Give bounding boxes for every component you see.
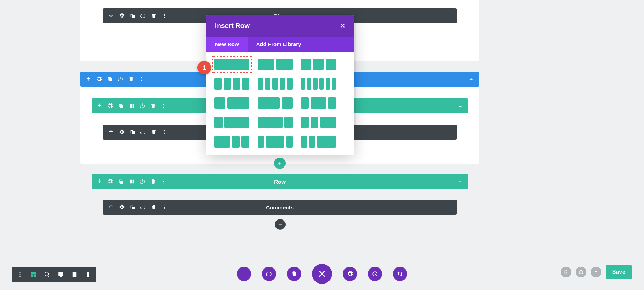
svg-point-4 xyxy=(141,79,142,79)
svg-point-11 xyxy=(164,133,165,134)
search-icon[interactable] xyxy=(561,267,571,277)
power-icon[interactable] xyxy=(140,179,145,184)
desktop-icon[interactable] xyxy=(58,271,64,278)
svg-point-3 xyxy=(141,77,142,78)
svg-point-15 xyxy=(164,206,165,206)
move-icon[interactable] xyxy=(108,204,114,210)
more-icon[interactable] xyxy=(162,205,167,210)
duplicate-icon[interactable] xyxy=(130,13,135,19)
trash-icon[interactable] xyxy=(150,179,156,184)
duplicate-icon[interactable] xyxy=(118,103,124,109)
tab-add-from-library[interactable]: Add From Library xyxy=(248,37,310,52)
svg-point-10 xyxy=(164,132,165,132)
gear-icon[interactable] xyxy=(119,129,125,135)
trash-button[interactable] xyxy=(287,267,301,281)
more-icon[interactable] xyxy=(161,103,166,108)
layout-option[interactable] xyxy=(258,117,293,128)
layout-option[interactable] xyxy=(214,97,249,109)
svg-point-19 xyxy=(20,274,21,275)
add-button[interactable] xyxy=(237,267,251,281)
trash-icon[interactable] xyxy=(150,103,156,109)
more-icon[interactable] xyxy=(162,13,167,18)
svg-point-16 xyxy=(164,207,165,208)
settings-button[interactable] xyxy=(343,267,357,281)
right-tools: ? Save xyxy=(561,265,632,279)
trash-icon[interactable] xyxy=(151,13,157,19)
power-button[interactable] xyxy=(262,267,276,281)
svg-point-13 xyxy=(163,181,164,182)
save-button[interactable]: Save xyxy=(606,265,632,279)
move-icon[interactable] xyxy=(86,76,91,82)
move-icon[interactable] xyxy=(97,103,102,109)
layout-option[interactable] xyxy=(301,59,336,70)
power-icon[interactable] xyxy=(140,103,145,109)
layout-option[interactable] xyxy=(258,136,293,148)
svg-point-7 xyxy=(163,106,164,106)
builder-bottom-bar xyxy=(0,258,644,290)
more-icon[interactable] xyxy=(162,130,167,135)
columns-icon[interactable] xyxy=(129,179,135,184)
sort-button[interactable] xyxy=(393,267,407,281)
more-icon[interactable] xyxy=(161,179,166,184)
duplicate-icon[interactable] xyxy=(107,76,113,82)
trash-icon[interactable] xyxy=(128,76,134,82)
insert-row-modal: Insert Row New Row Add From Library xyxy=(206,15,354,155)
svg-point-6 xyxy=(163,104,164,105)
annotation-badge: 1 xyxy=(197,61,211,74)
power-icon[interactable] xyxy=(140,204,146,210)
module-bar-comments[interactable]: Comments xyxy=(103,200,457,215)
more-icon[interactable] xyxy=(17,271,23,278)
help-icon[interactable]: ? xyxy=(591,267,601,277)
power-icon[interactable] xyxy=(140,129,146,135)
layout-option[interactable] xyxy=(214,136,249,148)
add-module-button[interactable] xyxy=(275,219,286,230)
gear-icon[interactable] xyxy=(119,13,125,19)
close-icon[interactable] xyxy=(340,22,345,30)
layout-option[interactable] xyxy=(301,78,336,90)
layout-option[interactable] xyxy=(258,78,293,90)
svg-point-14 xyxy=(163,183,164,183)
view-toolbar xyxy=(12,267,96,282)
phone-icon[interactable] xyxy=(85,271,91,278)
duplicate-icon[interactable] xyxy=(130,129,135,135)
tab-new-row[interactable]: New Row xyxy=(206,37,248,52)
layout-option[interactable] xyxy=(301,136,336,148)
power-icon[interactable] xyxy=(140,13,146,19)
gear-icon[interactable] xyxy=(107,103,113,109)
layers-icon[interactable] xyxy=(576,267,586,277)
chevron-up-icon[interactable] xyxy=(457,103,463,109)
move-icon[interactable] xyxy=(108,129,114,135)
trash-icon[interactable] xyxy=(151,129,157,135)
layout-option[interactable] xyxy=(301,117,336,128)
tablet-icon[interactable] xyxy=(71,271,78,278)
svg-point-12 xyxy=(163,180,164,180)
columns-icon[interactable] xyxy=(129,103,135,109)
more-icon[interactable] xyxy=(139,77,144,82)
layout-option[interactable] xyxy=(214,59,249,70)
power-icon[interactable] xyxy=(118,76,123,82)
wireframe-view-icon[interactable] xyxy=(30,271,37,278)
zoom-icon[interactable] xyxy=(44,271,50,278)
gear-icon[interactable] xyxy=(96,76,102,82)
chevron-up-icon[interactable] xyxy=(457,179,463,184)
layout-option[interactable] xyxy=(301,97,336,109)
trash-icon[interactable] xyxy=(151,204,157,210)
row-bar-comments[interactable]: Row xyxy=(92,174,468,189)
svg-point-0 xyxy=(164,14,165,15)
move-icon[interactable] xyxy=(97,179,102,184)
layout-option[interactable] xyxy=(214,117,249,128)
layout-option[interactable] xyxy=(258,59,293,70)
layout-option[interactable] xyxy=(258,97,293,109)
chevron-up-icon[interactable] xyxy=(468,76,474,82)
close-builder-button[interactable] xyxy=(312,264,332,284)
history-button[interactable] xyxy=(368,267,382,281)
duplicate-icon[interactable] xyxy=(118,179,124,184)
add-row-button[interactable] xyxy=(274,158,286,169)
duplicate-icon[interactable] xyxy=(130,204,135,210)
layout-option[interactable] xyxy=(214,78,249,90)
layout-grid xyxy=(214,59,346,148)
gear-icon[interactable] xyxy=(107,179,113,184)
svg-point-20 xyxy=(20,276,21,277)
move-icon[interactable] xyxy=(108,13,114,19)
gear-icon[interactable] xyxy=(119,204,125,210)
